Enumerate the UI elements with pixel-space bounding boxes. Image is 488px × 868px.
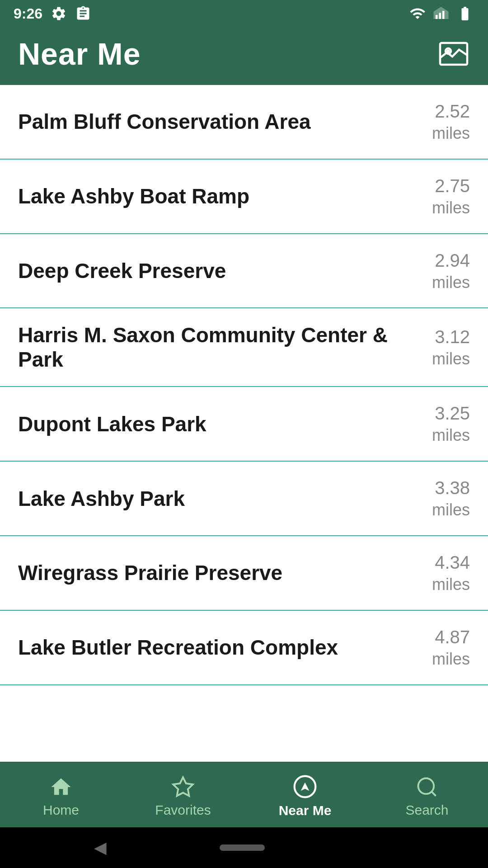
- location-distance: 3.25miles: [407, 401, 470, 446]
- location-name: Lake Ashby Park: [18, 486, 407, 511]
- nav-search[interactable]: Search: [366, 767, 488, 822]
- list-item[interactable]: Lake Butler Recreation Complex4.87miles: [0, 611, 488, 685]
- location-name: Palm Bluff Conservation Area: [18, 109, 407, 134]
- location-name: Deep Creek Preserve: [18, 259, 407, 283]
- svg-point-2: [448, 51, 449, 52]
- nav-near-me-label: Near Me: [279, 803, 332, 818]
- list-item[interactable]: Lake Ashby Boat Ramp2.75miles: [0, 160, 488, 234]
- status-time: 9:26: [14, 5, 42, 22]
- nav-search-label: Search: [405, 802, 448, 818]
- nav-home[interactable]: Home: [0, 767, 122, 822]
- nav-home-label: Home: [43, 802, 79, 818]
- list-item[interactable]: Palm Bluff Conservation Area2.52miles: [0, 85, 488, 160]
- signal-icon: [433, 5, 449, 22]
- list-item[interactable]: Lake Ashby Park3.38miles: [0, 462, 488, 536]
- status-left: 9:26: [14, 5, 91, 22]
- list-item[interactable]: Dupont Lakes Park3.25miles: [0, 387, 488, 462]
- location-name: Wiregrass Prairie Preserve: [18, 561, 407, 585]
- wifi-icon: [408, 5, 427, 22]
- status-bar: 9:26: [0, 0, 488, 27]
- location-distance: 3.38miles: [407, 476, 470, 521]
- location-distance: 4.87miles: [407, 625, 470, 670]
- back-button[interactable]: ◀: [94, 838, 107, 857]
- location-distance: 2.94miles: [407, 249, 470, 293]
- battery-icon: [455, 5, 474, 22]
- location-name: Lake Ashby Boat Ramp: [18, 184, 407, 208]
- list-item[interactable]: Deep Creek Preserve2.94miles: [0, 234, 488, 309]
- nav-favorites-label: Favorites: [155, 802, 211, 818]
- home-button[interactable]: [220, 844, 265, 851]
- list-item[interactable]: Wiregrass Prairie Preserve4.34miles: [0, 536, 488, 611]
- android-nav-bar: ◀: [0, 827, 488, 868]
- map-icon: [437, 38, 470, 70]
- location-name: Lake Butler Recreation Complex: [18, 635, 407, 660]
- location-name: Dupont Lakes Park: [18, 412, 407, 436]
- search-icon: [415, 772, 439, 799]
- notes-icon: [75, 5, 91, 22]
- header: Near Me: [0, 27, 488, 85]
- location-distance: 2.52miles: [407, 99, 470, 144]
- star-icon: [171, 772, 195, 799]
- home-icon: [49, 772, 73, 799]
- settings-icon: [51, 5, 67, 22]
- svg-point-4: [418, 778, 434, 794]
- list-item[interactable]: Harris M. Saxon Community Center & Park3…: [0, 308, 488, 387]
- page-title: Near Me: [18, 36, 141, 71]
- location-distance: 4.34miles: [407, 551, 470, 595]
- near-me-icon: [292, 771, 318, 799]
- status-right: [408, 5, 474, 22]
- location-name: Harris M. Saxon Community Center & Park: [18, 323, 407, 372]
- nav-near-me[interactable]: Near Me: [244, 767, 366, 823]
- map-icon-button[interactable]: [437, 38, 470, 70]
- nav-favorites[interactable]: Favorites: [122, 767, 244, 822]
- bottom-nav: Home Favorites Near Me Search: [0, 762, 488, 827]
- location-distance: 3.12miles: [407, 325, 470, 370]
- locations-list: Palm Bluff Conservation Area2.52milesLak…: [0, 85, 488, 762]
- location-distance: 2.75miles: [407, 174, 470, 219]
